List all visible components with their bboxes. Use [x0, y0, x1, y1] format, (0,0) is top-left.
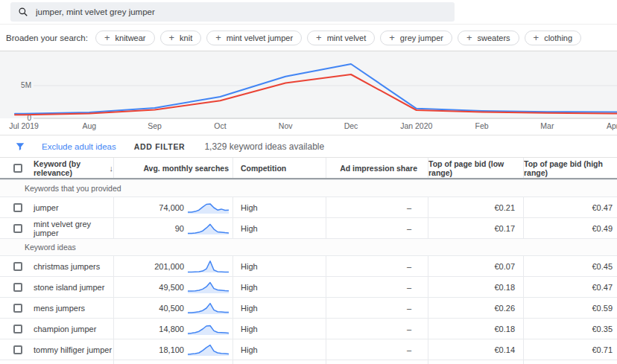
avg-monthly-searches-cell: 18,100 — [113, 339, 232, 360]
row-checkbox[interactable] — [13, 203, 22, 212]
avg-monthly-searches-value: 201,000 — [120, 262, 184, 271]
keyword-cell: champion jumper — [0, 319, 113, 339]
broaden-chips: +knitwear+knit+mint velvet jumper+mint v… — [95, 31, 581, 45]
keyword-label: jumper — [34, 203, 59, 212]
top-bid-low-cell: €0.21 — [428, 197, 523, 217]
search-bar[interactable] — [10, 2, 455, 22]
x-axis-label: Feb — [475, 121, 489, 130]
plus-icon: + — [169, 33, 175, 42]
ad-impression-share-cell: – — [326, 256, 428, 276]
avg-monthly-searches-cell: 90 — [113, 218, 232, 238]
broaden-chip[interactable]: +clothing — [525, 31, 582, 45]
table-header: Keyword (by relevance) ↓ Avg. monthly se… — [0, 157, 617, 179]
search-section — [0, 0, 617, 24]
exclude-adult-ideas-link[interactable]: Exclude adult ideas — [42, 142, 116, 151]
ad-impression-share-cell: – — [326, 277, 428, 297]
column-top-bid-low[interactable]: Top of page bid (low range) — [428, 159, 515, 177]
top-bid-high-value: €0.59 — [592, 304, 613, 313]
keyword-ideas-count: 1,329 keyword ideas available — [204, 141, 324, 152]
ad-impression-share-value: – — [407, 224, 411, 233]
ad-impression-share-value: – — [407, 283, 411, 292]
table-body: Keywords that you providedjumper74,000Hi… — [0, 179, 617, 364]
column-top-bid-high[interactable]: Top of page bid (high range) — [524, 159, 613, 177]
keyword-label: tommy hilfiger jumper — [34, 345, 112, 354]
search-trend-sparkline — [188, 221, 229, 236]
broaden-chip[interactable]: +mint velvet — [307, 31, 375, 45]
section-header: Keyword ideas — [0, 238, 617, 255]
search-trend-sparkline — [188, 342, 229, 357]
competition-cell: High — [232, 319, 326, 339]
avg-monthly-searches-value: 74,000 — [120, 203, 184, 212]
row-checkbox[interactable] — [13, 283, 22, 292]
broaden-chip[interactable]: +sweaters — [458, 31, 519, 45]
competition-value: High — [241, 262, 258, 271]
keyword-label: mint velvet grey jumper — [34, 220, 113, 237]
row-checkbox[interactable] — [13, 304, 22, 313]
top-bid-low-cell: €0.18 — [428, 277, 523, 297]
top-bid-high-cell: €0.71 — [523, 339, 617, 360]
row-checkbox[interactable] — [13, 224, 22, 233]
avg-monthly-searches-cell: 74,000 — [113, 197, 232, 217]
competition-value: High — [241, 345, 258, 354]
competition-cell: High — [232, 256, 326, 276]
table-row: stone island jumper49,500High–€0.18€0.47 — [0, 276, 617, 297]
filter-bar: Exclude adult ideas ADD FILTER 1,329 key… — [0, 135, 617, 157]
top-bid-low-value: €0.18 — [494, 283, 515, 292]
section-header: Keywords that you provided — [0, 179, 617, 197]
partial-cell — [326, 360, 428, 364]
column-competition[interactable]: Competition — [241, 164, 286, 173]
keyword-cell: mens jumpers — [0, 298, 113, 318]
table-row: mens jumpers40,500High–€0.26€0.59 — [0, 297, 617, 318]
top-bid-high-cell: €0.59 — [523, 298, 617, 318]
x-axis-label: Sep — [148, 121, 162, 130]
filter-funnel-icon[interactable] — [15, 141, 25, 152]
ad-impression-share-value: – — [407, 345, 411, 354]
trend-chart-section: 5M0Jul 2019AugSepOctNovDecJan 2020FebMar… — [0, 51, 617, 135]
search-input[interactable] — [36, 7, 447, 16]
avg-monthly-searches-value: 40,500 — [120, 304, 184, 313]
x-axis-label: Jan 2020 — [400, 121, 432, 130]
row-checkbox[interactable] — [13, 345, 22, 354]
table-row: jumper74,000High–€0.21€0.47 — [0, 197, 617, 217]
y-axis-label: 5M — [21, 81, 31, 89]
column-keyword[interactable]: Keyword (by relevance) — [34, 159, 105, 177]
broaden-chip[interactable]: +knit — [160, 31, 202, 45]
row-checkbox[interactable] — [13, 325, 22, 333]
row-checkbox[interactable] — [13, 262, 22, 271]
top-bid-high-cell: €0.47 — [523, 277, 617, 297]
table-row: champion jumper14,800High–€0.18€0.35 — [0, 318, 617, 339]
broaden-chip[interactable]: +knitwear — [95, 31, 155, 45]
column-ad-impression-share[interactable]: Ad impression share — [340, 164, 417, 173]
plus-icon: + — [389, 33, 395, 42]
ad-impression-share-cell: – — [326, 197, 428, 217]
table-row: mint velvet grey jumper90High–€0.17€0.49 — [0, 217, 617, 238]
top-bid-low-cell: €0.07 — [428, 256, 523, 276]
keyword-label: stone island jumper — [34, 283, 104, 292]
column-avg-monthly-searches[interactable]: Avg. monthly searches — [143, 164, 229, 173]
ad-impression-share-value: – — [407, 325, 411, 333]
add-filter-button[interactable]: ADD FILTER — [134, 142, 186, 151]
top-bid-high-value: €0.49 — [592, 224, 613, 233]
table-row: christmas jumpers201,000High–€0.07€0.45 — [0, 255, 617, 276]
keyword-label: mens jumpers — [34, 304, 85, 313]
x-axis-label: Oct — [214, 121, 226, 130]
partial-cell — [428, 360, 523, 364]
keyword-cell: christmas jumpers — [0, 256, 113, 276]
select-all-checkbox[interactable] — [13, 164, 22, 173]
top-bid-high-value: €0.45 — [592, 262, 613, 271]
avg-monthly-searches-value: 49,500 — [120, 283, 184, 292]
chip-label: clothing — [544, 33, 572, 42]
top-bid-high-value: €0.71 — [592, 345, 613, 354]
broaden-chip[interactable]: +grey jumper — [380, 31, 452, 45]
broaden-chip[interactable]: +mint velvet jumper — [206, 31, 302, 45]
competition-value: High — [241, 325, 258, 333]
competition-cell: High — [232, 339, 326, 360]
competition-cell: High — [232, 197, 326, 217]
ad-impression-share-cell: – — [326, 218, 428, 238]
x-axis-label: Apr — [607, 121, 617, 130]
avg-monthly-searches-cell: 40,500 — [113, 298, 232, 318]
competition-cell: High — [232, 277, 326, 297]
x-axis-label: Aug — [82, 121, 96, 130]
search-trend-sparkline — [188, 322, 229, 336]
partial-cell — [0, 360, 113, 364]
